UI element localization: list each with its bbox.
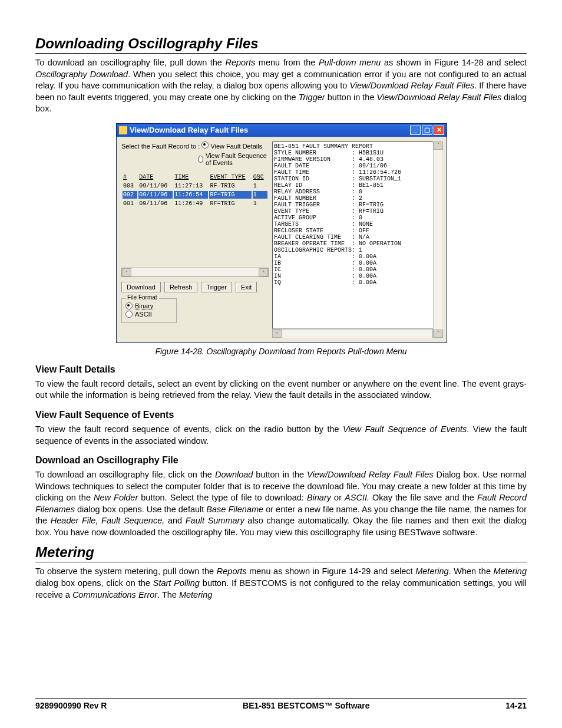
- dof-paragraph: To download an oscillography file, click…: [35, 469, 527, 538]
- file-format-group: File Format Binary ASCII: [121, 298, 177, 323]
- radio-view-sequence-label: View Fault Sequence of Events: [206, 152, 269, 166]
- metering-paragraph: To observe the system metering, pull dow…: [35, 566, 527, 601]
- heading-download-osc: Downloading Oscillography Files: [35, 35, 527, 54]
- scroll-down-icon[interactable]: ˅: [434, 330, 443, 338]
- subhead-view-fault-details: View Fault Details: [35, 364, 527, 375]
- select-record-label: Select the Fault Record to :: [121, 143, 200, 150]
- col-num: #: [123, 173, 137, 181]
- exit-button[interactable]: Exit: [236, 282, 257, 292]
- footer-right: 14-21: [505, 701, 527, 710]
- fault-summary-report: BE1-851 FAULT SUMMARY REPORT STYLE NUMBE…: [272, 141, 442, 329]
- trigger-button[interactable]: Trigger: [201, 282, 232, 292]
- table-row[interactable]: 00109/11/0611:26:49RF=TRIG1: [123, 200, 267, 207]
- col-date: DATE: [138, 173, 173, 181]
- close-button[interactable]: ✕: [434, 126, 444, 135]
- vfse-paragraph: To view the fault record sequence of eve…: [35, 424, 527, 447]
- footer-left: 9289900990 Rev R: [35, 701, 107, 710]
- subhead-view-fault-sequence: View Fault Sequence of Events: [35, 410, 527, 420]
- scroll-left-icon[interactable]: ‹: [122, 268, 131, 276]
- radio-ascii-label: ASCII: [135, 311, 152, 318]
- figure-14-28: View/Download Relay Fault Files _ ▢ ✕ Se…: [116, 123, 446, 356]
- subhead-download-osc-file: Download an Oscillography File: [35, 455, 527, 466]
- page-footer: 9289900990 Rev R BE1-851 BESTCOMS™ Softw…: [35, 698, 527, 710]
- radio-ascii[interactable]: [125, 311, 133, 318]
- app-icon: [119, 126, 127, 134]
- radio-view-details[interactable]: [201, 141, 209, 149]
- table-row[interactable]: 00209/11/0611:26:54RF=TRIG1: [123, 191, 267, 199]
- col-event: EVENT TYPE: [209, 173, 251, 181]
- window-title: View/Download Relay Fault Files: [130, 126, 248, 134]
- scroll-up-icon[interactable]: ˄: [434, 141, 443, 150]
- vfd-paragraph: To view the fault record details, select…: [35, 378, 527, 401]
- scroll-left-icon[interactable]: ‹: [272, 330, 282, 338]
- fault-record-table: # DATE TIME EVENT TYPE OSC 00309/11/0611…: [121, 172, 269, 209]
- download-button[interactable]: Download: [121, 282, 161, 292]
- maximize-button[interactable]: ▢: [422, 126, 432, 135]
- col-osc: OSC: [253, 173, 267, 181]
- right-vscrollbar[interactable]: ˄ ˅: [433, 141, 442, 338]
- scroll-right-icon[interactable]: ›: [259, 268, 268, 276]
- col-time: TIME: [174, 173, 208, 181]
- file-format-legend: File Format: [125, 294, 159, 301]
- refresh-button[interactable]: Refresh: [164, 282, 198, 292]
- radio-binary-label: Binary: [135, 302, 153, 309]
- right-hscrollbar[interactable]: ‹ ›: [272, 329, 442, 338]
- heading-metering: Metering: [35, 544, 527, 562]
- minimize-button[interactable]: _: [410, 126, 421, 135]
- radio-view-details-label: View Fault Details: [210, 143, 262, 150]
- figure-caption: Figure 14-28. Oscillography Download fro…: [116, 347, 446, 356]
- left-hscrollbar[interactable]: ‹ ›: [121, 268, 269, 277]
- titlebar: View/Download Relay Fault Files _ ▢ ✕: [117, 124, 447, 137]
- footer-center: BE1-851 BESTCOMS™ Software: [243, 701, 370, 710]
- radio-binary[interactable]: [125, 302, 133, 309]
- table-row[interactable]: 00309/11/0611:27:13RF-TRIG1: [123, 182, 267, 190]
- intro-paragraph: To download an oscillography file, pull …: [35, 57, 527, 115]
- radio-view-sequence[interactable]: [198, 156, 203, 163]
- dialog-window: View/Download Relay Fault Files _ ▢ ✕ Se…: [116, 123, 447, 343]
